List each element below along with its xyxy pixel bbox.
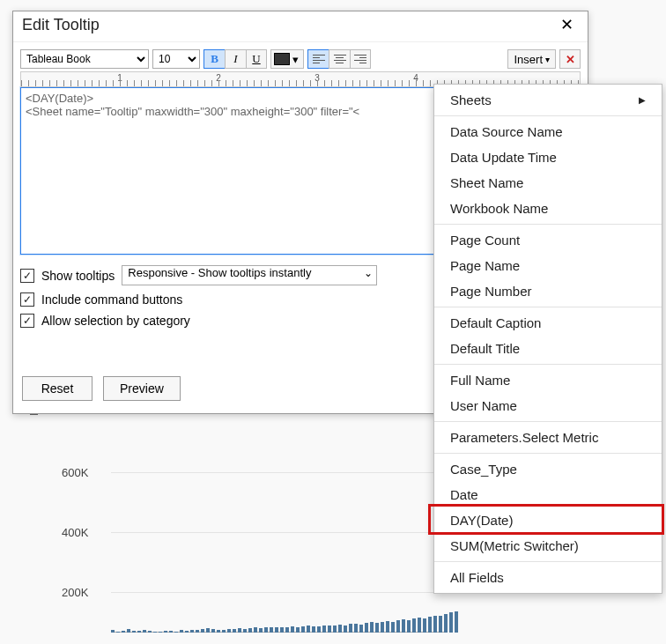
bar — [111, 630, 115, 633]
chevron-down-icon: ▾ — [292, 53, 299, 66]
bar — [254, 627, 257, 633]
bar — [217, 630, 220, 633]
show-tooltips-checkbox[interactable]: ✓ — [20, 269, 34, 283]
menu-item-label: Date — [450, 487, 478, 502]
reset-button[interactable]: Reset — [22, 376, 92, 401]
bar — [148, 631, 152, 633]
bar — [418, 618, 421, 633]
menu-item[interactable]: SUM(Metric Switcher) — [434, 533, 662, 559]
align-right-button[interactable] — [350, 49, 371, 69]
menu-item[interactable]: Page Name — [434, 253, 662, 278]
menu-item[interactable]: Data Source Name — [434, 119, 662, 144]
bar — [381, 622, 384, 633]
submenu-arrow-icon: ▶ — [639, 95, 646, 105]
bar — [122, 631, 125, 633]
font-select[interactable]: Tableau Book — [20, 49, 149, 69]
ruler-mark: 1 — [117, 73, 122, 83]
align-center-button[interactable] — [329, 49, 350, 69]
menu-item[interactable]: Data Update Time — [434, 144, 662, 170]
bar — [206, 628, 210, 633]
bar — [354, 624, 358, 633]
allow-selection-label: Allow selection by category — [41, 314, 190, 328]
menu-item[interactable]: Parameters.Select Metric — [434, 425, 662, 450]
menu-separator — [434, 453, 662, 454]
bar — [270, 627, 273, 633]
bar — [455, 611, 458, 633]
menu-separator — [434, 224, 662, 225]
show-tooltips-label: Show tooltips — [41, 269, 115, 283]
allow-selection-checkbox[interactable]: ✓ — [20, 314, 34, 328]
format-toolbar: Tableau Book 10 B I U ▾ — [13, 42, 588, 71]
menu-item[interactable]: Case_Type — [434, 456, 662, 482]
tooltip-mode-select[interactable]: Responsive - Show tooltips instantly — [122, 265, 377, 285]
menu-item-label: All Fields — [450, 570, 504, 585]
menu-item[interactable]: Sheet Name — [434, 170, 662, 196]
bar — [365, 623, 368, 633]
menu-separator — [434, 421, 662, 422]
menu-item-label: Parameters.Select Metric — [450, 430, 598, 445]
include-commands-checkbox[interactable]: ✓ — [20, 292, 34, 307]
include-commands-label: Include command buttons — [41, 292, 182, 307]
bar — [396, 620, 400, 633]
menu-item[interactable]: Full Name — [434, 367, 662, 393]
bar — [402, 619, 405, 633]
menu-item-label: Default Title — [450, 341, 520, 356]
bar — [322, 625, 326, 633]
bar — [307, 625, 310, 633]
insert-menu: Sheets▶Data Source NameData Update TimeS… — [433, 84, 662, 594]
bar — [137, 631, 141, 633]
menu-item[interactable]: Default Caption — [434, 310, 662, 336]
menu-item[interactable]: Default Title — [434, 336, 662, 361]
menu-item[interactable]: All Fields — [434, 565, 662, 590]
menu-item-label: DAY(Date) — [450, 513, 513, 528]
menu-item-label: Case_Type — [450, 462, 517, 477]
bar — [391, 622, 395, 633]
menu-item-label: Default Caption — [450, 315, 541, 330]
menu-item[interactable]: User Name — [434, 393, 662, 418]
bar — [280, 627, 284, 633]
bar — [227, 629, 231, 633]
menu-item[interactable]: Sheets▶ — [434, 87, 662, 113]
bar — [190, 630, 194, 633]
menu-item[interactable]: Workbook Name — [434, 196, 662, 221]
bar — [127, 629, 130, 633]
bar — [264, 627, 268, 633]
clear-formatting-button[interactable]: ✕ — [559, 49, 581, 69]
bar — [428, 617, 432, 633]
bar — [312, 626, 315, 633]
bar — [333, 625, 337, 633]
menu-item[interactable]: DAY(Date) — [434, 507, 662, 533]
menu-item-label: Full Name — [450, 373, 510, 388]
bar — [370, 622, 374, 633]
bar — [233, 629, 236, 633]
menu-item-label: Data Update Time — [450, 150, 557, 165]
bar — [116, 632, 120, 633]
font-size-select[interactable]: 10 — [152, 49, 200, 69]
bar — [159, 632, 162, 633]
menu-item[interactable]: Page Count — [434, 227, 662, 253]
ruler-mark: 4 — [413, 73, 418, 83]
y-tick-label: 600K — [62, 466, 69, 479]
menu-item[interactable]: Page Number — [434, 278, 662, 304]
italic-button[interactable]: I — [225, 49, 246, 69]
insert-dropdown[interactable]: Insert ▾ — [507, 49, 556, 69]
align-left-button[interactable] — [307, 49, 329, 69]
bar-series — [111, 611, 458, 633]
align-center-icon — [334, 55, 346, 63]
bar — [317, 626, 321, 633]
bar — [423, 618, 426, 633]
bar — [375, 623, 379, 633]
bar — [291, 626, 294, 633]
bar — [449, 612, 453, 633]
close-icon[interactable]: ✕ — [554, 15, 579, 34]
font-color-button[interactable]: ▾ — [270, 49, 304, 69]
menu-item-label: Workbook Name — [450, 201, 548, 216]
bold-button[interactable]: B — [204, 49, 225, 69]
bar — [259, 628, 263, 633]
menu-item[interactable]: Date — [434, 482, 662, 507]
grid-line — [111, 532, 446, 533]
underline-button[interactable]: U — [246, 49, 267, 69]
menu-item-label: Sheet Name — [450, 175, 523, 190]
menu-separator — [434, 115, 662, 116]
preview-button[interactable]: Preview — [103, 376, 181, 401]
